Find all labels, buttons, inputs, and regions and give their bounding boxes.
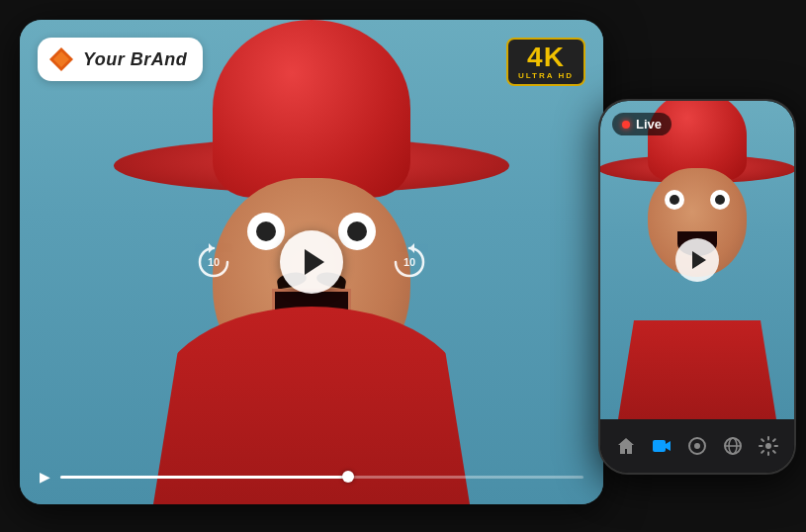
mobile-phone: Live xyxy=(598,99,796,475)
progress-play-icon[interactable]: ▶ xyxy=(40,469,50,485)
play-button[interactable] xyxy=(280,230,343,294)
phone-character-suit xyxy=(618,320,776,419)
4k-badge: 4K ULTRA HD xyxy=(506,38,585,86)
rewind-button[interactable]: 10 xyxy=(192,240,235,284)
brand-name-text: Your BrAnd xyxy=(83,49,187,70)
progress-bar: ▶ xyxy=(40,469,583,485)
main-player: Your BrAnd 4K ULTRA HD 10 xyxy=(20,20,603,504)
progress-thumb[interactable] xyxy=(342,471,354,483)
brand-logo: Your BrAnd xyxy=(38,38,203,81)
phone-nav-globe[interactable] xyxy=(720,433,746,459)
svg-point-9 xyxy=(694,443,700,449)
svg-marker-2 xyxy=(209,243,214,253)
svg-rect-6 xyxy=(653,440,666,452)
svg-text:10: 10 xyxy=(208,256,220,268)
phone-video: Live xyxy=(600,101,794,419)
progress-fill xyxy=(60,476,348,479)
hat-top xyxy=(213,20,410,198)
phone-play-overlay xyxy=(675,238,719,282)
4k-badge-sub: ULTRA HD xyxy=(518,71,574,80)
phone-eye-left xyxy=(665,190,684,210)
phone-nav-circle[interactable] xyxy=(684,433,710,459)
forward-button[interactable]: 10 xyxy=(388,240,431,284)
phone-play-button[interactable] xyxy=(675,238,719,282)
playback-controls: 10 10 xyxy=(192,230,431,294)
phone-eye-right xyxy=(710,190,730,210)
svg-marker-4 xyxy=(409,243,414,253)
video-background: Your BrAnd 4K ULTRA HD 10 xyxy=(20,20,603,504)
phone-screen: Live xyxy=(600,101,794,473)
brand-icon xyxy=(47,45,75,73)
phone-bottom-nav xyxy=(600,419,794,473)
live-dot-icon xyxy=(622,121,630,129)
phone-nav-home[interactable] xyxy=(613,433,639,459)
progress-track[interactable] xyxy=(60,476,583,479)
svg-text:10: 10 xyxy=(403,256,415,268)
svg-marker-7 xyxy=(666,441,671,451)
phone-nav-video[interactable] xyxy=(649,433,674,459)
4k-badge-main: 4K xyxy=(527,44,565,71)
svg-point-13 xyxy=(765,443,771,449)
live-label: Live xyxy=(636,117,662,132)
live-badge: Live xyxy=(612,113,672,135)
phone-nav-settings[interactable] xyxy=(756,433,781,459)
scene: Your BrAnd 4K ULTRA HD 10 xyxy=(0,0,806,532)
